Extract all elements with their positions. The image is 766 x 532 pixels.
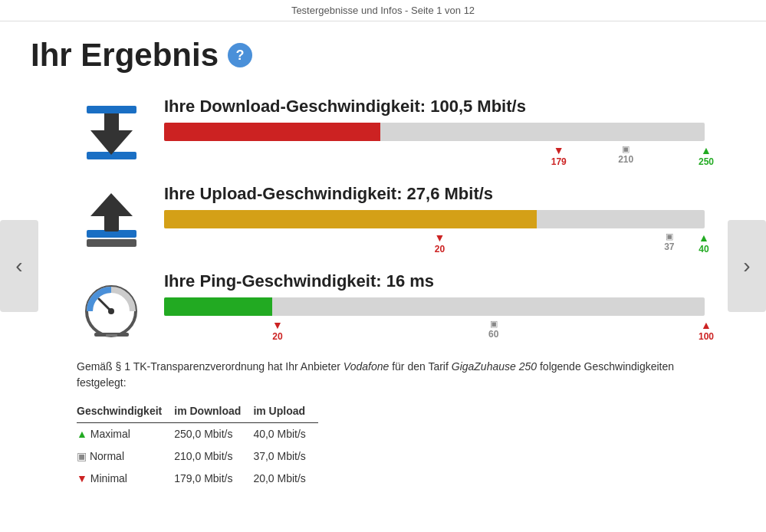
table-row: ▲ Maximal 250,0 Mbit/s 40,0 Mbit/s	[77, 423, 318, 446]
table-row: ▣ Normal 210,0 Mbit/s 37,0 Mbit/s	[77, 445, 318, 468]
upload-title: Ihre Upload-Geschwindigkeit: 27,6 Mbit/s	[164, 184, 705, 204]
download-marker-normal: ▣ 210	[618, 144, 633, 165]
speed-sections: Ihre Download-Geschwindigkeit: 100,5 Mbi…	[77, 97, 705, 340]
help-icon-label: ?	[236, 48, 245, 64]
upload-marker-max: ▲ 40	[699, 232, 709, 255]
download-bar-wrapper: ▼ 179 ▣ 210 ▲ 250	[164, 123, 705, 166]
download-title: Ihre Download-Geschwindigkeit: 100,5 Mbi…	[164, 97, 705, 117]
svg-rect-12	[106, 334, 117, 337]
download-marker-max: ▲ 250	[699, 144, 714, 167]
table-label: Minimal	[90, 472, 127, 484]
ping-title: Ihre Ping-Geschwindigkeit: 16 ms	[164, 271, 705, 291]
table-cell-download: 210,0 Mbit/s	[174, 445, 253, 468]
table-cell-download: 250,0 Mbit/s	[174, 423, 253, 446]
ping-bar-bg	[164, 297, 705, 316]
info-tarif: GigaZuhause 250	[452, 360, 537, 373]
info-section: Gemäß § 1 TK-Transparenzverordnung hat I…	[77, 359, 705, 490]
download-row: Ihre Download-Geschwindigkeit: 100,5 Mbi…	[77, 97, 705, 166]
download-bar-bg	[164, 123, 705, 141]
ping-marker-min: ▼ 20	[272, 319, 283, 342]
ping-bar-fill	[164, 297, 272, 316]
table-cell-upload: 40,0 Mbit/s	[253, 423, 317, 446]
upload-markers: ▼ 20 ▣ 37 ▲ 40	[164, 232, 705, 253]
download-marker-min: ▼ 179	[551, 144, 567, 167]
table-header-download: im Download	[174, 400, 253, 423]
svg-rect-3	[87, 106, 136, 113]
table-cell-type: ▲ Maximal	[77, 423, 174, 446]
table-cell-type: ▼ Minimal	[77, 468, 174, 490]
table-label: Maximal	[90, 428, 130, 440]
download-info: Ihre Download-Geschwindigkeit: 100,5 Mbi…	[164, 97, 705, 166]
table-header-type: Geschwindigkeit	[77, 400, 174, 423]
ping-svg	[79, 274, 144, 340]
legend-icon: ▣	[77, 450, 87, 462]
table-cell-type: ▣ Normal	[77, 445, 174, 468]
table-row: ▼ Minimal 179,0 Mbit/s 20,0 Mbit/s	[77, 468, 318, 490]
table-cell-upload: 20,0 Mbit/s	[253, 468, 317, 490]
upload-info: Ihre Upload-Geschwindigkeit: 27,6 Mbit/s…	[164, 184, 705, 253]
upload-bar-bg	[164, 210, 705, 228]
download-svg	[79, 100, 144, 165]
download-bar-fill	[164, 123, 380, 141]
info-provider: Vodafone	[344, 360, 389, 373]
ping-icon	[77, 271, 146, 340]
svg-point-10	[108, 308, 114, 314]
page-title: Ihr Ergebnis	[31, 37, 219, 74]
upload-svg	[79, 187, 144, 252]
ping-bar-wrapper: ▼ 20 ▣ 60 ▲ 100	[164, 297, 705, 340]
table-cell-download: 179,0 Mbit/s	[174, 468, 253, 490]
info-text-middle: für den Tarif	[389, 360, 451, 373]
upload-marker-normal: ▣ 37	[664, 232, 674, 252]
download-markers: ▼ 179 ▣ 210 ▲ 250	[164, 144, 705, 166]
upload-marker-min: ▼ 20	[435, 232, 445, 255]
upload-row: Ihre Upload-Geschwindigkeit: 27,6 Mbit/s…	[77, 184, 705, 253]
info-table: Geschwindigkeit im Download im Upload ▲ …	[77, 400, 318, 490]
upload-bar-fill	[164, 210, 537, 228]
info-text-prefix: Gemäß § 1 TK-Transparenzverordnung hat I…	[77, 360, 344, 373]
page-header: Testergebnisse und Infos - Seite 1 von 1…	[0, 0, 766, 21]
ping-info: Ihre Ping-Geschwindigkeit: 16 ms ▼ 20 ▣	[164, 271, 705, 340]
ping-marker-normal: ▣ 60	[488, 319, 498, 340]
help-icon[interactable]: ?	[228, 43, 252, 67]
title-row: Ihr Ergebnis ?	[31, 37, 705, 74]
ping-marker-max: ▲ 100	[699, 319, 714, 342]
svg-rect-4	[87, 239, 136, 247]
ping-row: Ihre Ping-Geschwindigkeit: 16 ms ▼ 20 ▣	[77, 271, 705, 340]
upload-bar-wrapper: ▼ 20 ▣ 37 ▲ 40	[164, 210, 705, 253]
table-cell-upload: 37,0 Mbit/s	[253, 445, 317, 468]
table-label: Normal	[90, 450, 124, 462]
legend-icon: ▼	[77, 472, 87, 484]
legend-icon: ▲	[77, 428, 87, 440]
info-paragraph: Gemäß § 1 TK-Transparenzverordnung hat I…	[77, 359, 705, 391]
ping-markers: ▼ 20 ▣ 60 ▲ 100	[164, 319, 705, 340]
table-header-upload: im Upload	[253, 400, 317, 423]
upload-icon	[77, 184, 146, 252]
download-icon	[77, 97, 146, 165]
svg-marker-7	[90, 193, 133, 216]
header-text: Testergebnisse und Infos - Seite 1 von 1…	[291, 5, 475, 16]
svg-marker-2	[90, 130, 133, 155]
